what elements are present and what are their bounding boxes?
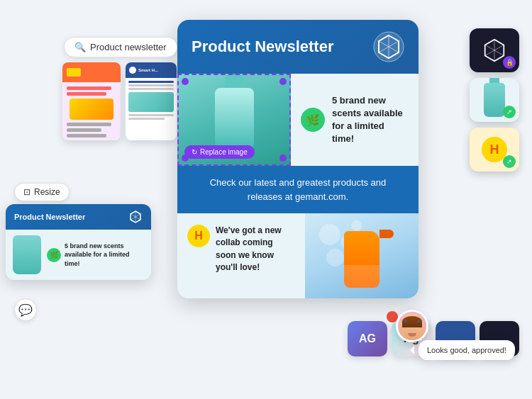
section3-copy: We've got a new collab coming soon we kn… xyxy=(216,225,295,274)
replace-label: Replace image xyxy=(200,148,248,156)
comment-icon-button[interactable]: 💬 xyxy=(14,298,37,321)
thumb1-logo xyxy=(67,68,81,77)
resize-button[interactable]: ⊡ Resize xyxy=(14,183,70,201)
bottle-cap xyxy=(226,75,243,88)
main-section-2: Check our latest and greatest products a… xyxy=(177,166,419,213)
thumb2-title: Smart H... xyxy=(138,68,158,72)
mini-text: 🌿 5 brand new scents available for a lim… xyxy=(47,242,144,269)
template-thumb-1[interactable] xyxy=(62,62,121,140)
user-avatar xyxy=(396,310,428,342)
search-value: Product newsletter xyxy=(90,42,167,52)
thumb2-line xyxy=(128,84,174,86)
share-badge: ↗ xyxy=(503,106,516,118)
section2-copy: Check our latest and greatest products a… xyxy=(210,177,387,202)
bottle-share-card[interactable]: ↗ xyxy=(470,78,519,122)
thumb1-img xyxy=(70,99,113,120)
lock-badge: 🔒 xyxy=(503,56,516,69)
thumb2-line xyxy=(128,88,174,90)
comment-bubble: Looks good, approved! xyxy=(419,340,515,360)
mini-scent-icon: 🌿 xyxy=(47,248,61,262)
share-badge-2: ↗ xyxy=(503,155,516,168)
resize-label: Resize xyxy=(34,187,60,197)
h-icon: H xyxy=(187,225,210,247)
search-icon: 🔍 xyxy=(74,42,86,52)
section3-text-area: H We've got a new collab coming soon we … xyxy=(177,213,305,298)
right-panel: 🔒 ↗ H ↗ xyxy=(470,28,519,172)
spray-image xyxy=(305,213,419,298)
bubble xyxy=(319,224,340,245)
section1-copy: 5 brand new scents available for a limit… xyxy=(332,94,409,146)
thumb2-icon xyxy=(129,67,136,74)
spray-bottle-wrap xyxy=(344,224,379,288)
scent-icon: 🌿 xyxy=(301,108,325,132)
replace-icon: ↻ xyxy=(192,148,197,156)
gem-lock-card[interactable]: 🔒 xyxy=(470,28,519,72)
thumb2-line xyxy=(128,114,174,116)
mini-copy: 5 brand new scents available for a limit… xyxy=(65,242,144,269)
main-section-1: ↻ Replace image 🌿 5 brand new scents ava… xyxy=(177,74,419,166)
thumb1-line xyxy=(67,92,106,96)
h-share-card[interactable]: H ↗ xyxy=(470,128,519,172)
avatar-eye-right xyxy=(417,320,421,322)
replace-image-button[interactable]: ↻ Replace image xyxy=(184,145,255,159)
bottle-shape xyxy=(215,88,254,152)
spray-bottle xyxy=(344,231,379,288)
avatar-mouth xyxy=(408,333,416,337)
main-section-3: H We've got a new collab coming soon we … xyxy=(177,213,419,298)
ag1-card[interactable]: AG xyxy=(348,321,387,356)
thumb1-line xyxy=(67,86,111,90)
mini-bottle xyxy=(13,235,41,274)
corner-handle-tr[interactable] xyxy=(279,78,287,85)
main-card-title: Product Newsletter xyxy=(192,38,334,56)
bubble xyxy=(326,249,344,266)
thumb2-line xyxy=(128,118,165,120)
search-bar[interactable]: 🔍 Product newsletter xyxy=(64,37,177,57)
thumb2-line xyxy=(128,81,174,83)
spray-nozzle xyxy=(379,230,394,238)
comment-text: Looks good, approved! xyxy=(427,346,506,354)
avatar-eye-left xyxy=(404,320,407,322)
comment-icon: 💬 xyxy=(18,303,33,317)
thumb1-line xyxy=(67,123,111,126)
thumb1-line xyxy=(67,134,106,137)
bottle-liquid xyxy=(344,265,379,288)
main-newsletter-card: Product Newsletter ↻ xyxy=(177,20,419,298)
thumb2-img xyxy=(128,92,174,112)
section1-text-area: 🌿 5 brand new scents available for a lim… xyxy=(291,74,419,166)
mini-preview-card[interactable]: Product Newsletter 🌿 5 brand new scents … xyxy=(6,204,151,280)
mini-card-title: Product Newsletter xyxy=(14,213,85,221)
corner-handle-tl[interactable] xyxy=(182,78,189,85)
main-card-header: Product Newsletter xyxy=(177,20,419,74)
thumb1-line xyxy=(67,128,101,132)
main-card-logo xyxy=(373,31,404,62)
mini-card-header: Product Newsletter xyxy=(6,204,151,230)
product-image[interactable]: ↻ Replace image xyxy=(177,74,291,166)
resize-icon: ⊡ xyxy=(23,187,31,197)
mini-card-body: 🌿 5 brand new scents available for a lim… xyxy=(6,230,151,280)
avatar-face xyxy=(399,313,425,340)
template-thumb-2[interactable]: Smart H... xyxy=(126,62,177,140)
ag1-label: AG xyxy=(359,332,376,345)
mini-card-logo xyxy=(128,210,143,224)
corner-handle-br[interactable] xyxy=(279,154,287,162)
